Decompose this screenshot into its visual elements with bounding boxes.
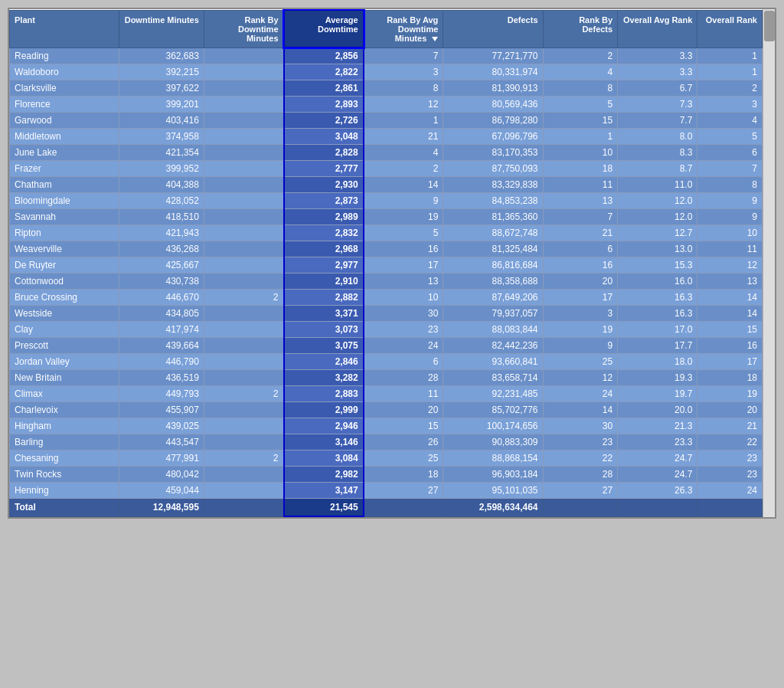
cell-rank-defects: 22 (543, 450, 618, 467)
cell-rank-defects: 15 (543, 113, 618, 129)
cell-overall-avg: 13.0 (618, 241, 697, 257)
cell-rank-defects: 9 (543, 338, 618, 354)
cell-plant: Frazer (10, 161, 119, 177)
cell-rank-downtime (204, 338, 283, 354)
cell-plant: Chatham (10, 177, 119, 193)
table-row: Waldoboro392,2152,822380,331,97443.31 (10, 64, 763, 80)
col-header-defects[interactable]: Defects (443, 10, 543, 48)
cell-plant: Climax (10, 386, 119, 402)
cell-overall-avg: 17.0 (618, 322, 697, 338)
cell-plant: Twin Rocks (10, 467, 119, 483)
cell-downtime-min: 397,622 (119, 80, 204, 97)
cell-avg-downtime: 3,073 (284, 322, 364, 338)
table-row: Hingham439,0252,94615100,174,6563021.321 (10, 418, 763, 434)
col-header-rank-avg[interactable]: Rank By Avg Downtime Minutes (364, 10, 443, 48)
table-body: Reading362,6832,856777,271,77023.31Waldo… (10, 48, 763, 499)
cell-plant: Reading (10, 48, 119, 64)
cell-avg-downtime: 2,777 (284, 161, 364, 177)
cell-defects: 83,170,353 (443, 145, 543, 161)
footer-defects: 2,598,634,464 (443, 499, 543, 517)
cell-avg-downtime: 3,371 (284, 306, 364, 322)
cell-avg-downtime: 3,147 (284, 483, 364, 499)
col-header-rank-defects[interactable]: Rank By Defects (543, 10, 618, 48)
cell-rank-avg: 12 (364, 97, 443, 113)
cell-defects: 81,365,360 (443, 209, 543, 225)
cell-defects: 90,883,309 (443, 434, 543, 450)
cell-rank-avg: 4 (364, 145, 443, 161)
scrollbar[interactable] (763, 9, 775, 517)
cell-downtime-min: 404,388 (119, 177, 204, 193)
cell-downtime-min: 417,974 (119, 322, 204, 338)
cell-overall-avg: 11.0 (618, 177, 697, 193)
cell-overall-rank: 3 (697, 97, 763, 113)
cell-overall-rank: 10 (697, 225, 763, 241)
cell-downtime-min: 449,793 (119, 386, 204, 402)
cell-rank-avg: 16 (364, 241, 443, 257)
cell-defects: 85,702,776 (443, 402, 543, 418)
cell-avg-downtime: 2,861 (284, 80, 364, 97)
cell-overall-avg: 8.7 (618, 161, 697, 177)
cell-rank-defects: 23 (543, 434, 618, 450)
cell-downtime-min: 403,416 (119, 113, 204, 129)
cell-overall-avg: 8.0 (618, 129, 697, 145)
cell-rank-downtime (204, 418, 283, 434)
cell-rank-defects: 16 (543, 257, 618, 274)
cell-defects: 88,672,748 (443, 225, 543, 241)
cell-overall-avg: 3.3 (618, 64, 697, 80)
col-header-downtime-min[interactable]: Downtime Minutes (119, 10, 204, 48)
footer-overall-rank (697, 499, 763, 517)
footer-avg-downtime: 21,545 (284, 499, 364, 517)
cell-rank-downtime: 2 (204, 290, 283, 306)
col-header-overall-avg[interactable]: Overall Avg Rank (618, 10, 697, 48)
cell-avg-downtime: 2,999 (284, 402, 364, 418)
cell-overall-avg: 16.3 (618, 306, 697, 322)
footer-overall-avg (618, 499, 697, 517)
cell-overall-rank: 16 (697, 338, 763, 354)
cell-rank-downtime (204, 80, 283, 97)
cell-avg-downtime: 2,893 (284, 97, 364, 113)
cell-defects: 88,868,154 (443, 450, 543, 467)
rankings-table: Plant Downtime Minutes Rank By Downtime … (9, 9, 763, 517)
table-row: Clarksville397,6222,861881,390,91386.72 (10, 80, 763, 97)
cell-rank-defects: 14 (543, 402, 618, 418)
cell-rank-downtime (204, 467, 283, 483)
table-row: Twin Rocks480,0422,9821896,903,1842824.7… (10, 467, 763, 483)
cell-downtime-min: 446,670 (119, 290, 204, 306)
cell-avg-downtime: 3,146 (284, 434, 364, 450)
table-row: Middletown374,9583,0482167,096,79618.05 (10, 129, 763, 145)
cell-plant: Jordan Valley (10, 354, 119, 370)
cell-overall-avg: 7.7 (618, 113, 697, 129)
cell-plant: Prescott (10, 338, 119, 354)
cell-downtime-min: 480,042 (119, 467, 204, 483)
cell-rank-defects: 11 (543, 177, 618, 193)
cell-rank-downtime (204, 434, 283, 450)
cell-overall-rank: 18 (697, 370, 763, 386)
cell-defects: 81,325,484 (443, 241, 543, 257)
cell-plant: Ripton (10, 225, 119, 241)
cell-overall-rank: 19 (697, 386, 763, 402)
scrollbar-thumb[interactable] (764, 11, 775, 41)
cell-overall-avg: 16.3 (618, 290, 697, 306)
col-header-avg-downtime[interactable]: Average Downtime (284, 10, 364, 48)
footer-rank-avg (364, 499, 443, 517)
cell-overall-rank: 2 (697, 80, 763, 97)
col-header-plant[interactable]: Plant (10, 10, 119, 48)
cell-rank-downtime (204, 209, 283, 225)
cell-rank-avg: 23 (364, 322, 443, 338)
table-row: Bloomingdale428,0522,873984,853,2381312.… (10, 193, 763, 209)
col-header-overall-rank[interactable]: Overall Rank (697, 10, 763, 48)
cell-overall-rank: 24 (697, 483, 763, 499)
cell-avg-downtime: 2,832 (284, 225, 364, 241)
cell-plant: Chesaning (10, 450, 119, 467)
cell-rank-defects: 4 (543, 64, 618, 80)
table-row: New Britain436,5193,2822883,658,7141219.… (10, 370, 763, 386)
cell-avg-downtime: 3,282 (284, 370, 364, 386)
cell-rank-defects: 18 (543, 161, 618, 177)
cell-overall-avg: 20.0 (618, 402, 697, 418)
cell-downtime-min: 439,664 (119, 338, 204, 354)
cell-defects: 86,798,280 (443, 113, 543, 129)
col-header-rank-downtime[interactable]: Rank By Downtime Minutes (204, 10, 283, 48)
cell-rank-downtime: 2 (204, 450, 283, 467)
table-row: De Ruyter425,6672,9771786,816,6841615.31… (10, 257, 763, 274)
cell-downtime-min: 436,519 (119, 370, 204, 386)
